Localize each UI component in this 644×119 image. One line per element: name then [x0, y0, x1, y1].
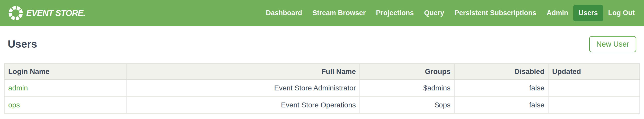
cell-groups: $admins: [360, 80, 454, 97]
user-link-ops[interactable]: ops: [8, 101, 20, 109]
column-header-groups: Groups: [360, 64, 454, 80]
table-header-row: Login Name Full Name Groups Disabled Upd…: [4, 64, 640, 80]
page-header: Users New User: [8, 36, 636, 53]
page-title: Users: [8, 38, 37, 50]
eventstore-logo[interactable]: EVENT STORE.: [8, 5, 85, 21]
nav-item-persistent-subscriptions[interactable]: Persistent Subscriptions: [449, 5, 541, 21]
column-header-full-name: Full Name: [126, 64, 360, 80]
table-row: admin Event Store Administrator $admins …: [4, 80, 640, 97]
nav-item-dashboard[interactable]: Dashboard: [261, 5, 307, 21]
column-header-login-name: Login Name: [4, 64, 126, 80]
cell-updated: [548, 80, 640, 97]
table-row: ops Event Store Operations $ops false: [4, 97, 640, 114]
cell-login-name: ops: [4, 97, 126, 114]
cell-groups: $ops: [360, 97, 454, 114]
nav-item-stream-browser[interactable]: Stream Browser: [307, 5, 371, 21]
cell-login-name: admin: [4, 80, 126, 97]
cell-disabled: false: [454, 80, 548, 97]
eventstore-logo-icon: [8, 5, 24, 21]
users-page: Users New User Login Name Full Name Grou…: [0, 36, 644, 114]
nav-item-users[interactable]: Users: [573, 5, 603, 21]
cell-updated: [548, 97, 640, 114]
cell-disabled: false: [454, 97, 548, 114]
column-header-updated: Updated: [548, 64, 640, 80]
user-link-admin[interactable]: admin: [8, 84, 28, 92]
column-header-disabled: Disabled: [454, 64, 548, 80]
new-user-button[interactable]: New User: [589, 36, 636, 52]
nav-item-logout[interactable]: Log Out: [603, 5, 640, 21]
top-navbar: EVENT STORE. Dashboard Stream Browser Pr…: [0, 0, 644, 26]
main-nav: Dashboard Stream Browser Projections Que…: [261, 5, 640, 21]
users-table: Login Name Full Name Groups Disabled Upd…: [4, 63, 640, 114]
nav-item-projections[interactable]: Projections: [371, 5, 419, 21]
eventstore-logo-text: EVENT STORE.: [26, 8, 85, 18]
cell-full-name: Event Store Operations: [126, 97, 360, 114]
cell-full-name: Event Store Administrator: [126, 80, 360, 97]
nav-item-query[interactable]: Query: [419, 5, 449, 21]
nav-item-admin[interactable]: Admin: [541, 5, 573, 21]
